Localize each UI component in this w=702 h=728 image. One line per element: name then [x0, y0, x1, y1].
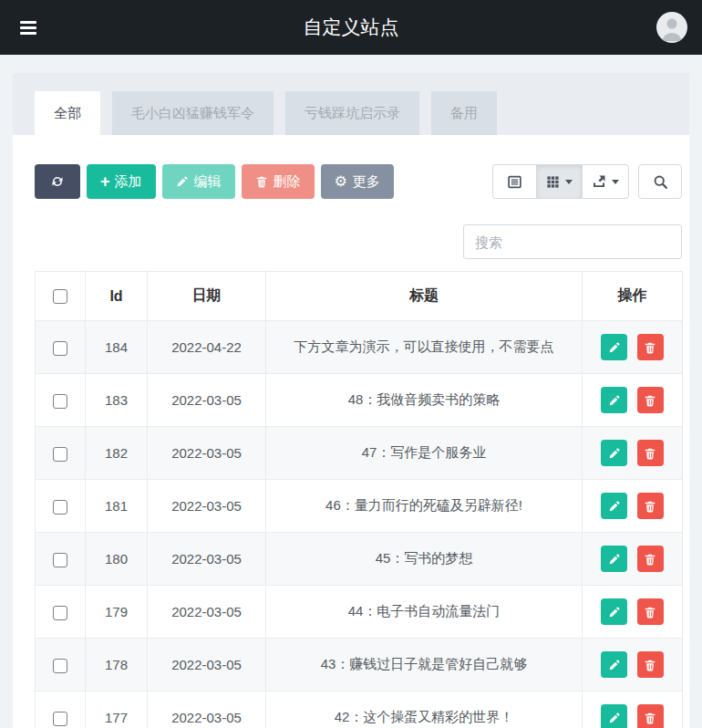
row-date: 2022-03-05 — [148, 374, 266, 427]
export-button[interactable] — [582, 164, 629, 199]
table-row[interactable]: 180 2022-03-05 45：写书的梦想 — [36, 533, 683, 586]
row-id: 180 — [86, 533, 148, 586]
row-edit-button[interactable] — [601, 440, 627, 466]
tab-1[interactable]: 全部 — [35, 91, 100, 135]
row-select-cell — [36, 427, 86, 480]
row-checkbox[interactable] — [53, 712, 67, 726]
refresh-button[interactable] — [35, 164, 80, 199]
trash-icon — [644, 659, 656, 671]
row-title: 47：写作是个服务业 — [266, 427, 583, 480]
tab-label: 毛小白凶猛赚钱军令 — [131, 105, 254, 120]
pencil-icon — [608, 500, 621, 513]
pencil-icon — [608, 712, 621, 724]
row-actions — [583, 374, 683, 427]
row-edit-button[interactable] — [601, 651, 627, 678]
row-title: 46：量力而行的死磕及另辟新径! — [266, 480, 583, 533]
pencil-icon — [608, 659, 621, 671]
tab-2[interactable]: 毛小白凶猛赚钱军令 — [112, 91, 274, 135]
select-all-checkbox[interactable] — [53, 289, 67, 304]
table-row[interactable]: 181 2022-03-05 46：量力而行的死磕及另辟新径! — [36, 480, 683, 533]
row-checkbox[interactable] — [53, 500, 67, 515]
trash-icon — [644, 553, 656, 566]
table-row[interactable]: 177 2022-03-05 42：这个操蛋又精彩的世界！ — [36, 692, 683, 728]
row-actions — [583, 480, 683, 533]
table-row[interactable]: 183 2022-03-05 48：我做音频卖书的策略 — [36, 374, 683, 427]
row-checkbox[interactable] — [53, 394, 67, 409]
row-delete-button[interactable] — [637, 440, 664, 466]
table-row[interactable]: 182 2022-03-05 47：写作是个服务业 — [36, 427, 683, 480]
row-date: 2022-04-22 — [148, 321, 266, 374]
row-checkbox[interactable] — [53, 341, 67, 356]
row-checkbox[interactable] — [53, 447, 67, 462]
pencil-icon — [608, 447, 621, 460]
toggle-view-button[interactable] — [492, 164, 536, 199]
row-delete-button[interactable] — [637, 704, 664, 728]
menu-toggle-button[interactable] — [20, 21, 42, 35]
row-delete-button[interactable] — [637, 598, 664, 625]
search-row — [35, 224, 682, 259]
avatar[interactable] — [656, 12, 687, 43]
edit-button[interactable]: 编辑 — [162, 164, 235, 199]
delete-button[interactable]: 删除 — [242, 164, 315, 199]
row-checkbox[interactable] — [53, 553, 67, 567]
tab-4[interactable]: 备用 — [431, 91, 497, 135]
row-select-cell — [36, 321, 86, 374]
table-header-row: Id 日期 标题 操作 — [36, 272, 683, 321]
pencil-icon — [608, 553, 621, 566]
row-edit-button[interactable] — [601, 704, 627, 728]
select-all-cell — [36, 272, 86, 321]
row-actions — [583, 321, 683, 374]
row-edit-button[interactable] — [601, 598, 627, 625]
row-actions — [583, 639, 683, 692]
tab-label: 全部 — [54, 105, 81, 120]
tab-3[interactable]: 亏钱踩坑启示录 — [285, 91, 419, 135]
row-date: 2022-03-05 — [148, 533, 266, 586]
row-date: 2022-03-05 — [148, 586, 266, 639]
row-delete-button[interactable] — [637, 546, 664, 572]
table-row[interactable]: 184 2022-04-22 下方文章为演示，可以直接使用，不需要点 — [36, 321, 683, 374]
add-button[interactable]: + 添加 — [87, 164, 156, 199]
header-date[interactable]: 日期 — [148, 272, 266, 321]
navbar: 自定义站点 — [0, 0, 702, 55]
row-select-cell — [36, 639, 86, 692]
gear-icon: ⚙ — [335, 174, 347, 189]
row-actions — [583, 427, 683, 480]
edit-button-label: 编辑 — [194, 173, 222, 191]
row-edit-button[interactable] — [601, 387, 627, 413]
search-toggle-button[interactable] — [638, 164, 682, 199]
row-date: 2022-03-05 — [148, 480, 266, 533]
trash-icon — [644, 606, 656, 619]
trash-icon — [644, 447, 656, 460]
table-row[interactable]: 178 2022-03-05 43：赚钱过日子就是管好自己就够 — [36, 639, 683, 692]
content-panel: 全部毛小白凶猛赚钱军令亏钱踩坑启示录备用 + 添加 编辑 — [13, 73, 689, 728]
row-edit-button[interactable] — [601, 334, 627, 360]
row-edit-button[interactable] — [601, 493, 627, 519]
tab-label: 亏钱踩坑启示录 — [305, 105, 400, 120]
row-title: 下方文章为演示，可以直接使用，不需要点 — [266, 321, 583, 374]
columns-button[interactable] — [536, 164, 582, 199]
caret-down-icon — [565, 180, 573, 184]
pencil-icon — [608, 341, 621, 354]
row-id: 177 — [86, 692, 148, 728]
header-id[interactable]: Id — [86, 272, 148, 321]
more-button[interactable]: ⚙ 更多 — [321, 164, 394, 199]
detail-view-icon — [507, 174, 522, 190]
row-date: 2022-03-05 — [148, 427, 266, 480]
search-input[interactable] — [463, 224, 682, 259]
row-id: 178 — [86, 639, 148, 692]
header-title[interactable]: 标题 — [266, 272, 583, 321]
trash-icon — [255, 175, 268, 188]
row-actions — [583, 533, 683, 586]
row-delete-button[interactable] — [637, 334, 664, 360]
row-checkbox[interactable] — [53, 606, 67, 620]
row-delete-button[interactable] — [637, 651, 664, 678]
row-delete-button[interactable] — [637, 493, 664, 519]
row-edit-button[interactable] — [601, 546, 627, 572]
pencil-icon — [176, 175, 189, 188]
row-actions — [583, 586, 683, 639]
row-checkbox[interactable] — [53, 659, 67, 673]
table-row[interactable]: 179 2022-03-05 44：电子书自动流量法门 — [36, 586, 683, 639]
add-button-label: 添加 — [115, 173, 142, 191]
row-select-cell — [36, 374, 86, 427]
row-delete-button[interactable] — [637, 387, 664, 413]
